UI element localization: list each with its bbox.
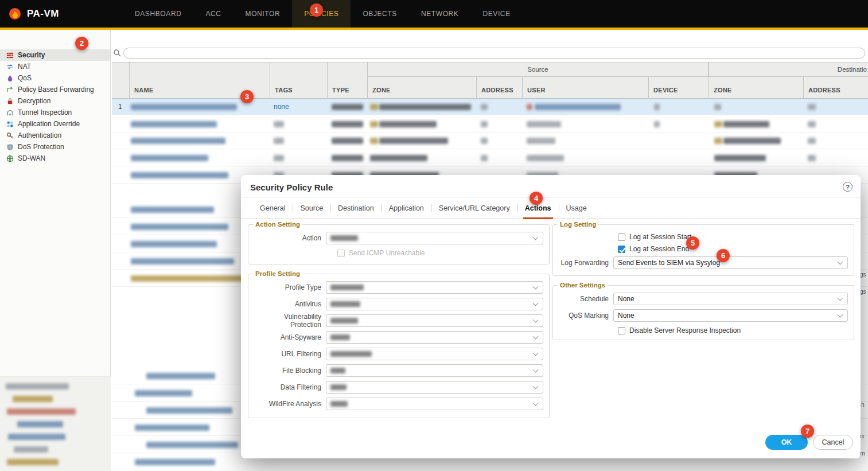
nav-device[interactable]: DEVICE bbox=[470, 0, 522, 28]
tab-usage[interactable]: Usage bbox=[559, 198, 594, 219]
redacted-cell bbox=[714, 138, 722, 144]
nav-dashboard[interactable]: DASHBOARD bbox=[123, 0, 193, 28]
log-at-session-start-checkbox[interactable] bbox=[618, 233, 625, 241]
sidebar-item-authentication[interactable]: Authentication bbox=[0, 130, 110, 141]
redacted-cell bbox=[379, 121, 437, 127]
redacted-line bbox=[7, 459, 59, 465]
table-row-selected[interactable]: 1 none bbox=[112, 99, 868, 115]
sidebar-item-label: QoS bbox=[18, 74, 32, 82]
redacted-value bbox=[330, 384, 347, 390]
sidebar-item-tunnel-inspection[interactable]: Tunnel Inspection bbox=[0, 107, 110, 118]
anti-spyware-select[interactable] bbox=[326, 331, 543, 344]
brand-name: PA-VM bbox=[27, 8, 59, 20]
nav-monitor[interactable]: MONITOR bbox=[233, 0, 293, 28]
data-filtering-select[interactable] bbox=[326, 381, 543, 394]
qos-marking-label: QoS Marking bbox=[559, 312, 613, 320]
sidebar-item-qos[interactable]: QoS bbox=[0, 72, 110, 84]
column-header-user[interactable]: USER bbox=[522, 77, 648, 99]
tab-service-url-category[interactable]: Service/URL Category bbox=[431, 198, 517, 219]
log-forwarding-label: Log Forwarding bbox=[559, 259, 613, 267]
redacted-cell bbox=[527, 155, 564, 161]
nav-objects[interactable]: OBJECTS bbox=[351, 0, 409, 28]
column-header-dest-zone[interactable]: ZONE bbox=[709, 77, 803, 99]
log-forwarding-select[interactable]: Send Events to SIEM via Sysylog bbox=[613, 256, 848, 269]
redacted-line bbox=[8, 434, 65, 440]
schedule-label: Schedule bbox=[559, 295, 613, 303]
nav-acc[interactable]: ACC bbox=[193, 0, 233, 28]
tab-application[interactable]: Application bbox=[382, 198, 431, 219]
action-label: Action bbox=[254, 234, 326, 242]
sidebar-item-label: Authentication bbox=[18, 131, 61, 139]
sidebar-item-nat[interactable]: NAT bbox=[0, 61, 110, 72]
group-header-destination: Destinatio bbox=[709, 62, 868, 77]
ok-button[interactable]: OK bbox=[765, 435, 808, 450]
action-select[interactable] bbox=[326, 232, 543, 244]
search-input[interactable] bbox=[123, 48, 865, 59]
redacted-cell bbox=[135, 459, 215, 465]
table-row[interactable] bbox=[112, 133, 868, 149]
column-header-dest-address[interactable]: ADDRESS bbox=[803, 77, 868, 99]
url-filtering-select[interactable] bbox=[326, 348, 543, 360]
tab-source[interactable]: Source bbox=[293, 198, 330, 219]
redacted-line bbox=[13, 396, 53, 402]
chevron-down-icon bbox=[533, 284, 539, 290]
redacted-value bbox=[330, 301, 360, 307]
vulnerability-protection-select[interactable] bbox=[326, 314, 543, 327]
cancel-button[interactable]: Cancel bbox=[813, 435, 853, 450]
table-row[interactable] bbox=[112, 150, 868, 166]
schedule-select[interactable]: None bbox=[613, 293, 848, 305]
nav-network[interactable]: NETWORK bbox=[409, 0, 471, 28]
file-blocking-select[interactable] bbox=[326, 364, 543, 377]
qos-marking-select[interactable]: None bbox=[613, 309, 848, 322]
profile-type-select[interactable] bbox=[326, 281, 543, 294]
chevron-down-icon bbox=[533, 367, 539, 373]
tags-value[interactable]: none bbox=[274, 103, 289, 111]
sidebar-item-decryption[interactable]: Decryption bbox=[0, 95, 110, 107]
column-header-zone[interactable]: ZONE bbox=[367, 77, 476, 99]
wildfire-analysis-select[interactable] bbox=[326, 398, 543, 410]
redacted-cell bbox=[332, 155, 363, 161]
tab-general[interactable]: General bbox=[252, 198, 293, 219]
qos-icon bbox=[6, 74, 14, 82]
sidebar-item-policy-based-forwarding[interactable]: Policy Based Forwarding bbox=[0, 84, 110, 95]
sidebar-item-label: Security bbox=[18, 51, 45, 59]
redacted-cell bbox=[714, 155, 766, 161]
redacted-zone bbox=[379, 104, 471, 110]
tab-destination[interactable]: Destination bbox=[330, 198, 382, 219]
nat-arrows-icon bbox=[6, 63, 14, 71]
profile-setting-legend: Profile Setting bbox=[253, 270, 302, 277]
help-icon[interactable]: ? bbox=[843, 182, 853, 192]
sidebar-item-sd-wan[interactable]: SD-WAN bbox=[0, 153, 110, 164]
redacted-cell bbox=[135, 425, 209, 431]
column-header-device[interactable]: DEVICE bbox=[648, 77, 709, 99]
step-badge-1: 1 bbox=[310, 3, 323, 17]
log-at-session-end-checkbox[interactable] bbox=[618, 246, 625, 253]
other-settings-legend: Other Settings bbox=[558, 282, 608, 289]
redacted-cell bbox=[131, 138, 225, 144]
chevron-down-icon bbox=[533, 235, 539, 240]
firewall-icon bbox=[6, 51, 14, 59]
sidebar-item-security[interactable]: Security bbox=[0, 49, 110, 61]
redacted-cell bbox=[131, 207, 214, 213]
sidebar-item-application-override[interactable]: Application Override bbox=[0, 118, 110, 130]
redacted-dest-address bbox=[808, 104, 816, 110]
antivirus-select[interactable] bbox=[326, 298, 543, 310]
sidebar-item-dos-protection[interactable]: DoS Protection bbox=[0, 141, 110, 153]
redacted-line bbox=[6, 383, 69, 390]
redacted-cell bbox=[274, 121, 284, 127]
bottom-left-panel bbox=[0, 376, 111, 471]
profile-type-label: Profile Type bbox=[254, 283, 326, 291]
disable-server-response-inspection-checkbox[interactable] bbox=[618, 327, 625, 334]
chevron-down-icon bbox=[838, 259, 843, 265]
column-header-address[interactable]: ADDRESS bbox=[476, 77, 522, 99]
column-header-tags[interactable]: TAGS bbox=[270, 77, 327, 99]
redacted-cell bbox=[370, 138, 378, 144]
table-row[interactable] bbox=[112, 116, 868, 133]
step-badge-2: 2 bbox=[75, 37, 88, 50]
redacted-cell bbox=[146, 442, 238, 448]
column-header-type[interactable]: TYPE bbox=[327, 77, 367, 99]
chevron-down-icon bbox=[533, 384, 539, 390]
antivirus-label: Antivirus bbox=[254, 300, 326, 308]
data-filtering-label: Data Filtering bbox=[254, 383, 326, 391]
file-blocking-label: File Blocking bbox=[254, 367, 326, 375]
